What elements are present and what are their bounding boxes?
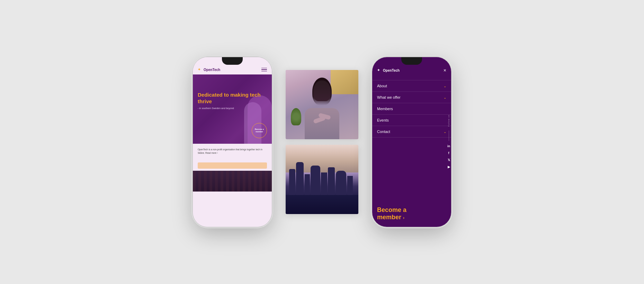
menu-item-events[interactable]: Events: [372, 114, 451, 126]
menu-item-members[interactable]: Members: [372, 103, 451, 114]
cta-circle-button[interactable]: Become a member: [252, 123, 267, 138]
chevron-about: ⌄: [444, 84, 446, 88]
center-image-bottom: [286, 145, 358, 214]
scene: OpenTech Dedicated to making tech thrive…: [0, 0, 644, 284]
building-7: [336, 171, 346, 197]
logo-left: OpenTech: [198, 68, 220, 72]
center-images: [286, 70, 358, 214]
city-skyline: [286, 155, 358, 197]
building-2: [296, 162, 304, 197]
become-member-section[interactable]: Become amember ›: [372, 201, 451, 227]
youtube-icon[interactable]: ▶: [446, 165, 451, 169]
logo-text-left: OpenTech: [204, 68, 220, 72]
nav-menu: About ⌄ What we offer ⌄ Members Events C: [372, 77, 451, 201]
follow-us-label: Follow us: [448, 115, 450, 126]
menu-label-about: About: [377, 84, 387, 88]
twitter-x-icon[interactable]: 𝕏: [446, 158, 451, 162]
bottom-image-strip: [193, 171, 272, 192]
hero-text: Dedicated to making tech thrive - in sou…: [198, 92, 272, 109]
building-3: [305, 174, 310, 197]
member-arrow: ›: [403, 215, 404, 220]
menu-item-about[interactable]: About ⌄: [372, 80, 451, 91]
logo-icon-left: [198, 68, 202, 72]
right-phone-screen: OpenTech × About ⌄ What we offer ⌄ M: [372, 57, 451, 227]
person-body: [305, 108, 339, 139]
phone-right: OpenTech × About ⌄ What we offer ⌄ M: [372, 57, 451, 227]
hamburger-line-2: [261, 69, 267, 70]
hamburger-menu[interactable]: [261, 68, 267, 72]
logo-icon-right: [377, 68, 381, 72]
follow-us-sidebar: Follow us in f 𝕏 ▶: [446, 115, 451, 169]
hero-title: Dedicated to making tech thrive: [198, 92, 272, 105]
person-photo: [286, 70, 358, 139]
menu-item-contact[interactable]: Contact ⌄: [372, 126, 451, 137]
hamburger-line-3: [261, 71, 267, 72]
city-photo: [286, 145, 358, 214]
menu-label-contact: Contact: [377, 130, 390, 134]
chevron-contact: ⌄: [444, 130, 446, 134]
logo-text-right: OpenTech: [383, 69, 400, 72]
hero-image: Dedicated to making tech thrive - in sou…: [193, 74, 272, 144]
right-screen-inner: OpenTech × About ⌄ What we offer ⌄ M: [372, 57, 451, 227]
left-phone-screen: OpenTech Dedicated to making tech thrive…: [193, 57, 272, 227]
hamburger-line-1: [261, 68, 267, 69]
building-1: [289, 169, 295, 197]
social-icons: in f 𝕏 ▶: [446, 144, 451, 169]
center-image-top: [286, 70, 358, 139]
menu-label-events: Events: [377, 118, 389, 122]
left-body: OpenTech is a non-profit organisation th…: [193, 144, 272, 162]
peach-strip: [198, 162, 267, 169]
menu-label-members: Members: [377, 107, 393, 111]
chevron-what-we-offer: ⌄: [444, 96, 446, 99]
facebook-icon[interactable]: f: [446, 151, 451, 156]
bg-wall: [331, 70, 358, 94]
plant-decoration: [291, 108, 301, 125]
follow-divider: [449, 131, 449, 141]
phone-left: OpenTech Dedicated to making tech thrive…: [193, 57, 272, 227]
person-head: [313, 80, 331, 101]
left-header: OpenTech: [193, 57, 272, 74]
right-header: OpenTech ×: [372, 57, 451, 77]
menu-label-what-we-offer: What we offer: [377, 95, 401, 99]
cta-label: Become a member: [252, 128, 267, 133]
building-8: [347, 176, 353, 197]
building-6: [328, 167, 335, 197]
hero-subtitle: - in southern Sweden and beyond: [198, 107, 272, 109]
building-5: [321, 172, 327, 197]
logo-right: OpenTech: [377, 68, 400, 72]
become-member-text: Become amember ›: [377, 206, 446, 221]
building-4: [311, 166, 320, 197]
body-text: OpenTech is a non-profit organisation th…: [198, 148, 267, 155]
close-button[interactable]: ×: [444, 68, 446, 73]
menu-item-what-we-offer[interactable]: What we offer ⌄: [372, 91, 451, 103]
linkedin-icon[interactable]: in: [446, 144, 451, 149]
water: [286, 195, 358, 214]
